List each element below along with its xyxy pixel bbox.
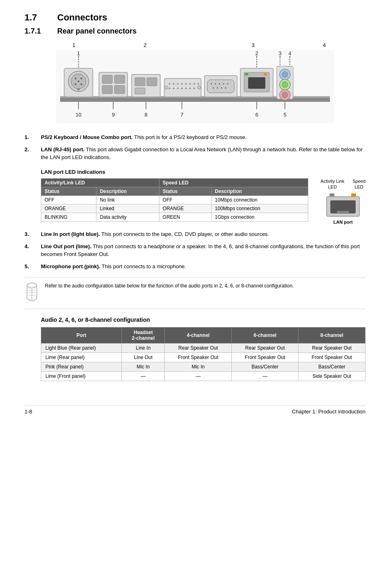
svg-rect-55 xyxy=(248,77,265,89)
subsection-title-text: Rear panel connectors xyxy=(57,27,137,36)
audio-col-headset: Headset2-channel xyxy=(122,328,165,343)
audio-cell-4-5: Side Speaker Out xyxy=(298,372,365,381)
chapter-label: Chapter 1: Product introduction xyxy=(292,408,365,415)
svg-text:8: 8 xyxy=(144,112,147,118)
label-4: 4 xyxy=(323,42,326,48)
svg-point-43 xyxy=(215,83,216,85)
lan-row-1: OFF No link OFF 10Mbps connection xyxy=(41,195,308,204)
lan-table-header: Activity/Link LED Speed LED xyxy=(41,178,308,187)
lan-layout: Activity/Link LED Speed LED Status Descr… xyxy=(41,178,365,225)
svg-text:4: 4 xyxy=(288,50,291,56)
label-1: 1 xyxy=(72,42,75,48)
svg-point-6 xyxy=(81,78,82,79)
svg-point-46 xyxy=(227,83,229,85)
svg-rect-87 xyxy=(351,193,356,196)
svg-point-59 xyxy=(282,72,288,77)
connector-list-2: 3. Line In port (light blue). This port … xyxy=(25,230,365,270)
audio-cell-1-2: Line In xyxy=(122,343,165,353)
svg-point-47 xyxy=(213,88,214,89)
connector-text-5: Microphone port (pink). This port connec… xyxy=(41,263,365,271)
lan-port-svg xyxy=(325,191,361,218)
status-col1: Status xyxy=(41,187,96,195)
lan-desc2-2: 100Mbps connection xyxy=(211,204,308,213)
svg-point-32 xyxy=(177,88,179,89)
audio-cell-4-4: — xyxy=(231,372,298,381)
note-text: Refer to the audio configuration table b… xyxy=(45,282,294,290)
note-icon xyxy=(25,282,39,305)
svg-rect-86 xyxy=(329,193,334,196)
svg-text:5: 5 xyxy=(283,112,286,118)
speed-header: Speed LED xyxy=(159,178,308,187)
svg-point-25 xyxy=(181,83,183,85)
lan-port-diagram: Activity LinkLED SpeedLED LAN port xyxy=(321,178,365,225)
svg-rect-13 xyxy=(102,75,112,83)
svg-point-5 xyxy=(75,78,76,79)
svg-rect-15 xyxy=(114,75,125,83)
svg-point-35 xyxy=(189,88,191,89)
svg-point-42 xyxy=(211,83,212,85)
lan-desc1-1: No link xyxy=(96,195,159,204)
svg-rect-19 xyxy=(135,88,145,94)
svg-rect-41 xyxy=(207,80,234,93)
lan-port-caption: LAN port xyxy=(334,220,353,224)
label-3: 3 xyxy=(252,42,255,48)
speed-led-label: SpeedLED xyxy=(352,178,365,190)
svg-rect-54 xyxy=(264,73,267,75)
svg-rect-20 xyxy=(147,78,157,86)
svg-point-36 xyxy=(193,88,195,89)
subsection-number: 1.7.1 xyxy=(25,27,49,36)
activity-link-header: Activity/Link LED xyxy=(41,178,159,187)
section-title: 1.7 Connectors xyxy=(25,12,365,23)
lan-desc1-3: Data activity xyxy=(96,213,159,221)
audio-col-4ch: 4-channel xyxy=(165,328,232,343)
audio-table-header: Port Headset2-channel 4-channel 6-channe… xyxy=(41,328,365,343)
svg-rect-18 xyxy=(135,78,145,86)
audio-cell-2-4: Front Speaker Out xyxy=(231,353,298,362)
lan-status1-1: OFF xyxy=(41,195,96,204)
audio-cell-2-2: Line Out xyxy=(122,353,165,362)
status-col2: Status xyxy=(159,187,211,195)
audio-col-port: Port xyxy=(41,328,122,343)
connector-bold-3: Line In port (light blue). xyxy=(41,231,100,237)
svg-point-8 xyxy=(75,83,76,85)
svg-rect-10 xyxy=(77,88,80,90)
connector-item-3: 3. Line In port (light blue). This port … xyxy=(25,230,365,238)
lan-status2-1: OFF xyxy=(159,195,211,204)
connector-bold-2: LAN (RJ-45) port. xyxy=(41,146,85,153)
lan-desc2-1: 10Mbps connection xyxy=(211,195,308,204)
lan-status1-2: ORANGE xyxy=(41,204,96,213)
svg-rect-16 xyxy=(114,85,125,94)
svg-point-49 xyxy=(221,88,222,89)
connector-list: 1. PS/2 Keyboard / Mouse Combo port. Thi… xyxy=(25,133,365,162)
lan-desc1-2: Linked xyxy=(96,204,159,213)
connector-text-2: LAN (RJ-45) port. This port allows Gigab… xyxy=(41,146,365,162)
connector-bold-5: Microphone port (pink). xyxy=(41,263,100,269)
audio-cell-1-5: Rear Speaker Out xyxy=(298,343,365,353)
svg-point-44 xyxy=(219,83,220,85)
connector-bold-4: Line Out port (lime). xyxy=(41,243,92,249)
svg-point-31 xyxy=(173,88,175,89)
svg-rect-14 xyxy=(102,85,112,94)
connector-bold-1: PS/2 Keyboard / Mouse Combo port. xyxy=(41,134,133,140)
svg-text:1: 1 xyxy=(77,50,80,56)
audio-col-6ch: 6-channel xyxy=(231,328,298,343)
connector-num-4: 4. xyxy=(25,242,41,258)
lan-port-labels: Activity LinkLED SpeedLED xyxy=(321,178,365,190)
svg-point-50 xyxy=(225,88,226,89)
audio-cell-3-4: Bass/Center xyxy=(231,362,298,372)
svg-point-33 xyxy=(181,88,183,89)
connector-num-1: 1. xyxy=(25,133,41,141)
lan-title: LAN port LED indications xyxy=(41,169,365,175)
audio-cell-2-5: Front Speaker Out xyxy=(298,353,365,362)
pencil-icon xyxy=(25,282,39,302)
svg-point-48 xyxy=(217,88,218,89)
svg-text:2: 2 xyxy=(255,50,258,56)
note-box: Refer to the audio configuration table b… xyxy=(25,278,365,309)
svg-point-45 xyxy=(223,83,224,85)
lan-table-wrap: Activity/Link LED Speed LED Status Descr… xyxy=(41,178,308,222)
svg-point-27 xyxy=(189,83,191,85)
connector-item-5: 5. Microphone port (pink). This port con… xyxy=(25,263,365,271)
audio-row-1: Light Blue (Rear panel) Line In Rear Spe… xyxy=(41,343,365,353)
desc-col1: Description xyxy=(96,187,159,195)
rear-panel-diagram: 1 2 3 4 xyxy=(25,42,365,123)
